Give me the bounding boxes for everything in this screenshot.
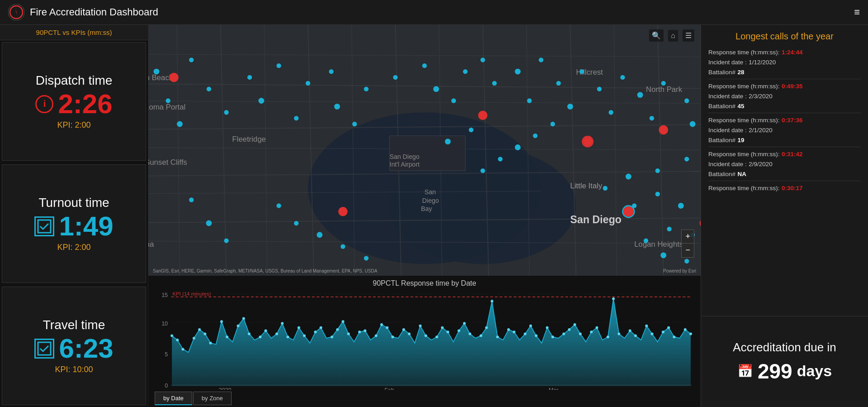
map-svg: Ocean Beach Loma Portal Fleetridge Sunse… — [148, 25, 701, 276]
svg-point-103 — [667, 227, 671, 231]
svg-text:Sunset Cliffs: Sunset Cliffs — [148, 158, 187, 167]
svg-point-59 — [329, 69, 333, 74]
call-3-response-label: Response time (h:mm:ss): — [708, 117, 780, 124]
menu-icon[interactable]: ≡ — [854, 7, 860, 17]
map-home-btn[interactable]: ⌂ — [668, 30, 678, 42]
svg-point-118 — [445, 139, 451, 144]
svg-point-96 — [655, 192, 660, 196]
dispatch-title: Dispatch time — [36, 73, 113, 88]
main-layout: 90PCTL vs KPIs (mm:ss) Dispatch time i 2… — [0, 25, 868, 407]
svg-rect-3 — [38, 342, 51, 355]
map-zoom-controls: + − — [681, 230, 694, 258]
left-panel: 90PCTL vs KPIs (mm:ss) Dispatch time i 2… — [0, 25, 148, 407]
call-entry-2-date: Incident date : 2/3/2020 — [708, 92, 861, 100]
travel-value: 6:23 — [59, 335, 113, 362]
dispatch-metric-card: Dispatch time i 2:26 KPI: 2:00 — [2, 42, 146, 161]
call-entry-5: Response time (h:mm:ss): 0:30:17 — [708, 184, 861, 192]
map-powered-by: Powered by Esri — [663, 268, 696, 273]
svg-point-61 — [334, 104, 340, 110]
svg-text:Loma Portal: Loma Portal — [148, 103, 185, 111]
svg-point-119 — [276, 203, 281, 208]
svg-point-70 — [492, 81, 497, 86]
svg-text:Point Loma: Point Loma — [148, 240, 154, 249]
svg-point-116 — [480, 168, 485, 173]
turnout-icon — [34, 216, 54, 236]
call-entry-3-battalion: Battalion# 19 — [708, 136, 861, 144]
svg-point-68 — [480, 57, 485, 62]
call-3-response-value: 0:37:36 — [782, 117, 803, 124]
svg-point-94 — [603, 186, 607, 191]
map-container: Ocean Beach Loma Portal Fleetridge Sunse… — [148, 25, 701, 276]
svg-point-123 — [364, 256, 369, 260]
svg-point-71 — [515, 69, 521, 75]
map-zoom-in[interactable]: + — [682, 230, 694, 244]
tab-by-zone[interactable]: by Zone — [193, 392, 232, 405]
svg-point-50 — [189, 57, 194, 62]
call-1-response-value: 1:24:44 — [782, 49, 803, 56]
svg-point-112 — [550, 122, 555, 126]
accreditation-box: Accreditation due in 📅 299 days — [701, 316, 868, 407]
kpi-header: 90PCTL vs KPIs (mm:ss) — [0, 25, 148, 40]
call-1-date-label: Incident date : — [708, 59, 747, 66]
call-2-date-value: 2/3/2020 — [749, 93, 773, 100]
dispatch-value: 2:26 — [58, 91, 112, 118]
travel-icon — [34, 339, 54, 359]
dispatch-value-row: i 2:26 — [35, 91, 112, 118]
svg-text:Little Italy: Little Italy — [570, 182, 602, 190]
app-header: Fire Accreditation Dashboard ≡ — [0, 0, 868, 25]
svg-point-130 — [659, 125, 668, 135]
svg-point-117 — [469, 128, 473, 132]
travel-kpi: KPI: 10:00 — [55, 365, 93, 374]
call-entry-2: Response time (h:mm:ss): 0:49:35 — [708, 82, 861, 90]
svg-point-82 — [650, 116, 654, 120]
call-3-date-label: Incident date : — [708, 127, 747, 134]
svg-point-60 — [294, 116, 299, 120]
svg-point-63 — [352, 122, 357, 126]
travel-value-row: 6:23 — [34, 335, 113, 362]
svg-point-67 — [463, 69, 468, 74]
page-title: Fire Accreditation Dashboard — [30, 6, 854, 18]
travel-title: Travel time — [43, 318, 105, 332]
svg-text:San Diego: San Diego — [389, 153, 419, 160]
call-1-response-label: Response time (h:mm:ss): — [708, 49, 780, 56]
svg-point-72 — [539, 57, 543, 62]
svg-point-54 — [224, 110, 228, 115]
svg-point-106 — [684, 259, 689, 263]
svg-text:San Diego: San Diego — [570, 214, 621, 225]
svg-point-125 — [206, 220, 212, 226]
center-panel: Ocean Beach Loma Portal Fleetridge Sunse… — [148, 25, 701, 407]
svg-point-74 — [556, 81, 561, 86]
call-entry-4-date: Incident date : 2/9/2020 — [708, 160, 861, 168]
svg-point-73 — [527, 98, 531, 103]
longest-calls-title: Longest calls of the year — [708, 31, 861, 42]
chart-area: 0 5 10 15 KPI (14 minutes) 2020 Feb Mar — [155, 290, 694, 390]
map-attribution: SanGIS, Esri, HERE, Garmin, SafeGraph, M… — [153, 268, 377, 273]
svg-point-81 — [661, 81, 666, 86]
turnout-value: 1:49 — [59, 213, 113, 240]
tab-by-date[interactable]: by Date — [155, 392, 192, 405]
svg-point-75 — [579, 69, 584, 74]
map-zoom-out[interactable]: − — [682, 244, 694, 257]
call-1-battalion-value: 28 — [738, 69, 745, 76]
call-entry-2-battalion: Battalion# 45 — [708, 102, 861, 110]
call-2-battalion-label: Battalion# — [708, 103, 735, 110]
call-3-battalion-value: 19 — [738, 137, 745, 144]
call-3-date-value: 2/1/2020 — [749, 127, 773, 134]
svg-point-105 — [660, 252, 666, 258]
map-list-btn[interactable]: ☰ — [683, 29, 694, 42]
dispatch-icon: i — [35, 95, 53, 113]
map-search-btn[interactable]: 🔍 — [649, 29, 664, 42]
svg-text:Fleetridge: Fleetridge — [232, 135, 266, 144]
call-entry-1: Response time (h:mm:ss): 1:24:44 — [708, 48, 861, 56]
svg-point-57 — [258, 98, 264, 104]
svg-point-83 — [684, 98, 689, 103]
svg-point-52 — [207, 87, 211, 91]
svg-rect-2 — [38, 220, 51, 233]
svg-point-55 — [247, 75, 252, 80]
svg-point-80 — [637, 92, 643, 98]
call-4-date-value: 2/9/2020 — [749, 161, 773, 168]
call-2-battalion-value: 45 — [738, 103, 745, 110]
call-4-battalion-label: Battalion# — [708, 171, 735, 177]
call-entry-3: Response time (h:mm:ss): 0:37:36 — [708, 116, 861, 124]
svg-text:Int'l Airport: Int'l Airport — [389, 161, 419, 168]
